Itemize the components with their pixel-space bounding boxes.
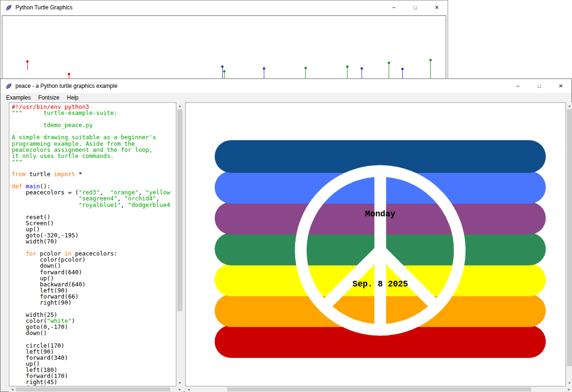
code-line: down(): [12, 330, 176, 336]
front-window: peace - a Python turtle graphics example…: [0, 78, 572, 392]
tree-dot: [401, 68, 404, 70]
tree-dot: [263, 67, 265, 70]
minimize-icon: –: [392, 4, 396, 11]
tree-dot: [388, 62, 390, 64]
maximize-icon: □: [538, 83, 541, 89]
tree-dot: [429, 59, 432, 61]
code-line: "royalblue1", "dodgerblue4: [12, 202, 176, 208]
code-hscroll-thumb[interactable]: [16, 387, 170, 392]
menu-fontsize[interactable]: Fontsize: [35, 93, 63, 102]
minimize-icon: –: [516, 83, 520, 89]
menu-bar: Examples Fontsize Help: [0, 93, 572, 102]
tree-stem: [264, 68, 264, 78]
front-window-titlebar[interactable]: peace - a Python turtle graphics example…: [0, 79, 572, 93]
back-close-button[interactable]: ✕: [426, 0, 448, 14]
tree-stem: [362, 68, 362, 78]
scroll-left-icon[interactable]: ◄: [9, 386, 16, 392]
tk-feather-icon: [5, 82, 12, 90]
back-window-controls: – □ ✕: [383, 0, 448, 14]
turtle-canvas: Monday Sep. 8 2025: [185, 102, 566, 386]
scroll-left-icon[interactable]: ◄: [185, 386, 192, 392]
maximize-icon: □: [414, 5, 417, 10]
scroll-right-icon[interactable]: ►: [565, 386, 572, 392]
desktop: Python Turtle Graphics – □ ✕ peace - a P…: [0, 0, 572, 392]
menu-examples[interactable]: Examples: [2, 93, 35, 102]
code-editor[interactable]: #!/usr/bin/env python3""" turtle-example…: [9, 102, 176, 386]
tree-stem: [347, 66, 348, 78]
close-icon: ✕: [434, 4, 439, 11]
back-minimize-button[interactable]: –: [383, 0, 405, 14]
code-line: tdemo_peace.py: [12, 122, 176, 128]
front-close-button[interactable]: ✕: [550, 79, 572, 93]
tree-stem: [402, 69, 403, 78]
peace-symbol: [186, 103, 565, 386]
scroll-up-icon[interactable]: ▲: [566, 102, 572, 109]
tk-feather-icon: [5, 4, 12, 11]
scroll-right-icon[interactable]: ►: [176, 386, 183, 392]
canvas-text-day: Monday: [365, 209, 396, 219]
code-line: """ turtle-example-suite:: [12, 110, 176, 116]
scroll-up-icon[interactable]: ▲: [176, 102, 183, 109]
tree-stem: [305, 68, 306, 78]
back-window-title: Python Turtle Graphics: [15, 4, 72, 11]
tree-dot: [221, 65, 224, 68]
code-vscroll-thumb[interactable]: [177, 109, 182, 311]
front-maximize-button[interactable]: □: [529, 79, 550, 93]
scroll-down-icon[interactable]: ▼: [566, 379, 572, 386]
tree-dot: [26, 60, 29, 63]
canvas-hscroll-thumb[interactable]: [227, 387, 531, 392]
tree-stem: [430, 60, 431, 78]
code-line: """: [12, 159, 176, 165]
code-line: width(70): [12, 238, 176, 244]
tree-dot: [346, 65, 348, 68]
tree-stem: [222, 66, 223, 78]
code-vertical-scrollbar[interactable]: ▲ ▼: [176, 102, 183, 386]
front-minimize-button[interactable]: –: [507, 79, 529, 93]
code-line: from turtle import *: [12, 171, 176, 177]
tree-dot: [68, 73, 70, 75]
tree-dot: [361, 67, 363, 70]
canvas-text-date: Sep. 8 2025: [353, 279, 408, 289]
canvas-vscroll-thumb[interactable]: [567, 109, 572, 366]
code-line: right(90): [12, 299, 176, 306]
code-line: it only uses turtle commands.: [12, 153, 176, 159]
tree-dot: [304, 67, 307, 69]
menu-help[interactable]: Help: [63, 93, 82, 102]
canvas-vertical-scrollbar[interactable]: ▲ ▼: [566, 102, 572, 386]
scroll-down-icon[interactable]: ▼: [176, 379, 183, 386]
front-window-title: peace - a Python turtle graphics example: [15, 83, 117, 89]
code-horizontal-scrollbar[interactable]: ◄ ►: [9, 386, 183, 392]
canvas-horizontal-scrollbar[interactable]: ◄ ►: [185, 386, 572, 392]
back-window-titlebar[interactable]: Python Turtle Graphics – □ ✕: [0, 0, 448, 14]
close-icon: ✕: [558, 83, 563, 89]
back-maximize-button[interactable]: □: [405, 0, 426, 14]
tree-stem: [389, 63, 389, 78]
front-window-controls: – □ ✕: [507, 79, 572, 93]
tree-dot: [223, 70, 225, 72]
